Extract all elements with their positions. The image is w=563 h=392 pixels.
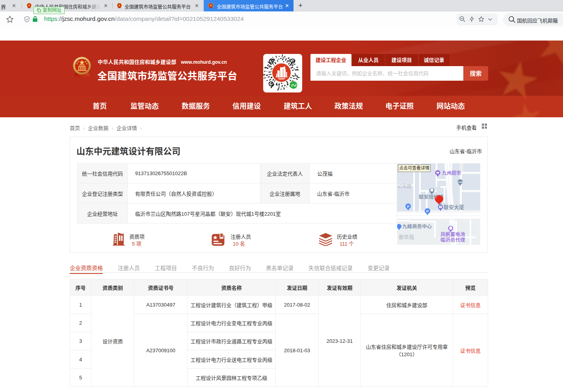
svg-text:九峰商务中心: 九峰商务中心 [402, 224, 432, 229]
svg-text:九州超市: 九州超市 [442, 170, 461, 176]
svg-text:新华苑: 新华苑 [399, 234, 414, 240]
svg-text:P: P [407, 205, 409, 209]
svg-text:联安大厦: 联安大厦 [444, 204, 464, 210]
svg-text:临沂总代理: 临沂总代理 [440, 237, 465, 243]
svg-text:风帆蓄电池: 风帆蓄电池 [440, 231, 465, 237]
svg-text:记花园: 记花园 [397, 183, 411, 189]
svg-text:P: P [426, 209, 429, 213]
svg-text:ATM: ATM [458, 181, 463, 183]
